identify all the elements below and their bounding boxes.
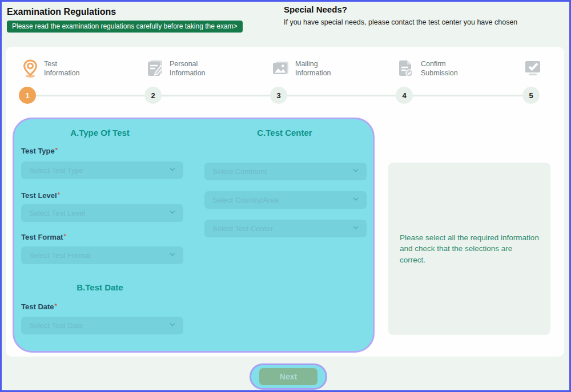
- test-level-select[interactable]: Select Test Level: [21, 204, 183, 222]
- regulations-banner-link[interactable]: Please read the examination regulations …: [7, 21, 243, 33]
- chevron-down-icon: [168, 250, 176, 261]
- location-pin-icon: [20, 58, 41, 79]
- step-bubble-4: 4: [396, 87, 413, 104]
- step-bubble-5: 5: [522, 87, 540, 104]
- section-title-type-of-test: A.Type Of Test: [14, 128, 186, 138]
- chevron-down-icon: [352, 167, 360, 177]
- step-bubble-1: 1: [19, 87, 36, 104]
- selection-hint-panel: Please select all the required informati…: [388, 163, 550, 335]
- document-check-icon: [396, 58, 416, 79]
- main-card: TestInformation PersonalInformation Mail…: [6, 47, 564, 357]
- test-date-label: Test Date*: [21, 302, 57, 311]
- test-format-label: Test Format*: [21, 233, 66, 241]
- step-label-mailing-information: MailingInformation: [295, 59, 331, 78]
- chevron-down-icon: [168, 208, 176, 219]
- test-type-select[interactable]: Select Test Type: [21, 161, 183, 179]
- next-button-pill: Next: [250, 363, 327, 390]
- test-level-label: Test Level*: [21, 191, 60, 200]
- continent-select[interactable]: Select Continent: [204, 163, 367, 180]
- test-selection-panel: A.Type Of Test C.Test Center Test Type* …: [13, 118, 375, 353]
- test-type-label: Test Type*: [21, 147, 58, 155]
- test-center-select[interactable]: Select Test Center: [204, 220, 367, 237]
- next-button[interactable]: Next: [259, 368, 317, 385]
- chevron-down-icon: [352, 195, 360, 205]
- test-format-select[interactable]: Select Test Format: [21, 246, 183, 264]
- step-bubble-3: 3: [270, 87, 287, 104]
- chevron-down-icon: [352, 224, 360, 234]
- country-select[interactable]: Select Country/Area: [204, 191, 367, 209]
- step-label-personal-information: PersonalInformation: [170, 59, 206, 78]
- special-needs-title: Special Needs?: [284, 5, 347, 14]
- special-needs-text: If you have special needs, please contac…: [284, 18, 517, 26]
- hint-line-2: and check that the selections are correc…: [400, 243, 539, 265]
- image-icon: [270, 58, 291, 79]
- chevron-down-icon: [168, 321, 176, 331]
- step-label-confirm-submission: ConfirmSubmission: [421, 59, 458, 78]
- hint-line-1: Please select all the required informati…: [400, 232, 539, 244]
- test-date-select[interactable]: Select Test Date: [21, 317, 183, 334]
- section-title-test-date: B.Test Date: [14, 282, 186, 292]
- step-bubble-2: 2: [144, 87, 162, 104]
- document-edit-icon: [144, 58, 165, 79]
- screen-check-icon: [522, 58, 543, 79]
- page-title: Examination Regulations: [7, 7, 116, 17]
- step-label-test-information: TestInformation: [44, 59, 80, 78]
- section-title-test-center: C.Test Center: [203, 128, 367, 138]
- chevron-down-icon: [168, 165, 176, 176]
